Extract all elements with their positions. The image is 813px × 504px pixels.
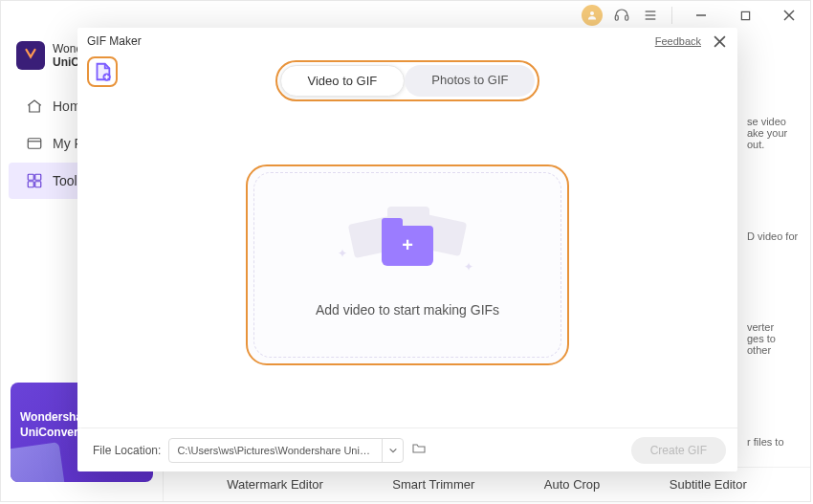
- tool-watermark-editor[interactable]: Watermark Editor: [227, 477, 323, 492]
- svg-rect-1: [615, 15, 618, 20]
- folder-plus-icon: +: [382, 226, 433, 266]
- open-folder-button[interactable]: [411, 441, 427, 459]
- modal-close-button[interactable]: [711, 33, 728, 50]
- folder-icon: [411, 441, 427, 456]
- home-icon: [26, 98, 43, 115]
- folder-art: ✦ ✦ +: [364, 212, 450, 277]
- svg-rect-13: [28, 182, 33, 187]
- tab-photos-to-gif[interactable]: Photos to GIF: [405, 65, 535, 97]
- dropzone-text: Add video to start making GIFs: [316, 302, 499, 318]
- tool-subtitle-editor[interactable]: Subtitle Editor: [670, 477, 747, 492]
- titlebar: [1, 1, 810, 30]
- tool-auto-crop[interactable]: Auto Crop: [544, 477, 601, 492]
- promo-line1: Wondershare: [20, 409, 143, 425]
- main-window: Wondershare UniConverter Home My Files: [0, 0, 811, 502]
- feedback-link[interactable]: Feedback: [655, 35, 701, 47]
- modal-footer: File Location: Create GIF: [77, 427, 737, 471]
- tools-icon: [26, 172, 43, 189]
- files-icon: [26, 135, 43, 152]
- svg-rect-10: [28, 139, 41, 149]
- card-fragment: r files to: [747, 436, 799, 448]
- support-icon[interactable]: [612, 6, 631, 25]
- file-location-dropdown[interactable]: [382, 439, 403, 462]
- modal-upper: Video to GIF Photos to GIF: [77, 55, 737, 101]
- svg-point-0: [590, 11, 594, 15]
- svg-rect-11: [28, 174, 33, 180]
- user-icon: [586, 10, 598, 21]
- svg-rect-2: [626, 15, 628, 20]
- modal-header: GIF Maker Feedback: [77, 28, 737, 55]
- tabs: Video to GIF Photos to GIF: [275, 60, 540, 101]
- tabs-wrapper: Video to GIF Photos to GIF: [118, 55, 697, 101]
- menu-icon[interactable]: [641, 6, 660, 25]
- card-fragment: se video ake your out.: [747, 116, 799, 150]
- svg-rect-7: [741, 11, 749, 19]
- card-fragment: D video for: [747, 230, 799, 242]
- chevron-down-icon: [388, 446, 398, 455]
- gif-maker-modal: GIF Maker Feedback Video to GIF Photos t…: [77, 28, 737, 471]
- modal-body: Video to GIF Photos to GIF ✦ ✦ +: [77, 55, 737, 471]
- bottom-toolbar: Watermark Editor Smart Trimmer Auto Crop…: [164, 467, 810, 501]
- add-video-dropzone[interactable]: ✦ ✦ + Add video to start making GIFs: [246, 164, 569, 365]
- background-cards: se video ake your out. D video for verte…: [747, 116, 801, 448]
- close-button[interactable]: [772, 2, 806, 29]
- promo-line2: UniConverter: [20, 425, 143, 440]
- card-fragment: verter ges to other: [747, 321, 799, 356]
- dropzone-area: ✦ ✦ + Add video to start making GIFs: [77, 101, 737, 427]
- add-file-button[interactable]: [87, 56, 118, 87]
- tab-video-to-gif[interactable]: Video to GIF: [280, 65, 406, 97]
- add-file-icon: [92, 61, 113, 82]
- sparkle-icon: ✦: [338, 247, 347, 260]
- modal-title: GIF Maker: [87, 34, 142, 48]
- user-avatar[interactable]: [582, 5, 603, 26]
- promo-art: [11, 442, 65, 482]
- svg-rect-12: [35, 174, 41, 180]
- create-gif-button[interactable]: Create GIF: [631, 437, 726, 464]
- svg-rect-14: [35, 182, 41, 187]
- tool-smart-trimmer[interactable]: Smart Trimmer: [392, 477, 474, 492]
- file-location-field: [168, 438, 404, 463]
- minimize-button[interactable]: [684, 2, 718, 29]
- maximize-button[interactable]: [728, 2, 762, 29]
- brand-logo-icon: [16, 41, 45, 70]
- file-location-label: File Location:: [93, 444, 161, 457]
- file-location-input[interactable]: [169, 445, 382, 456]
- sparkle-icon: ✦: [464, 260, 473, 274]
